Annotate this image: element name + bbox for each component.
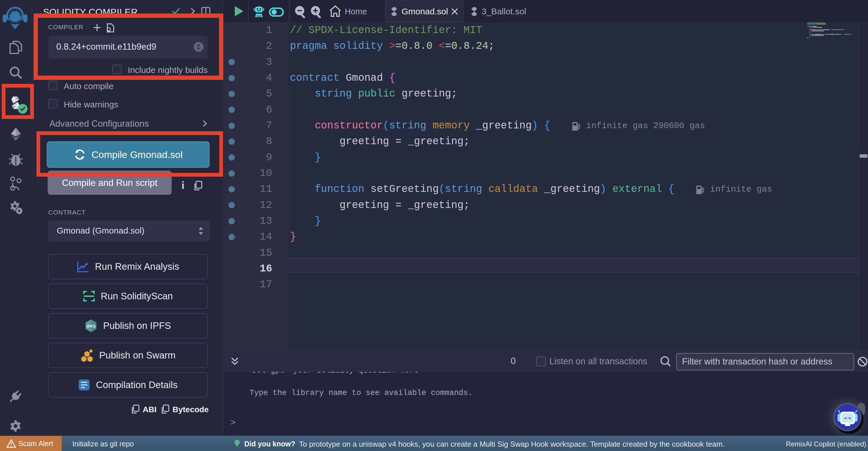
svg-text:IPFS: IPFS: [87, 324, 96, 329]
